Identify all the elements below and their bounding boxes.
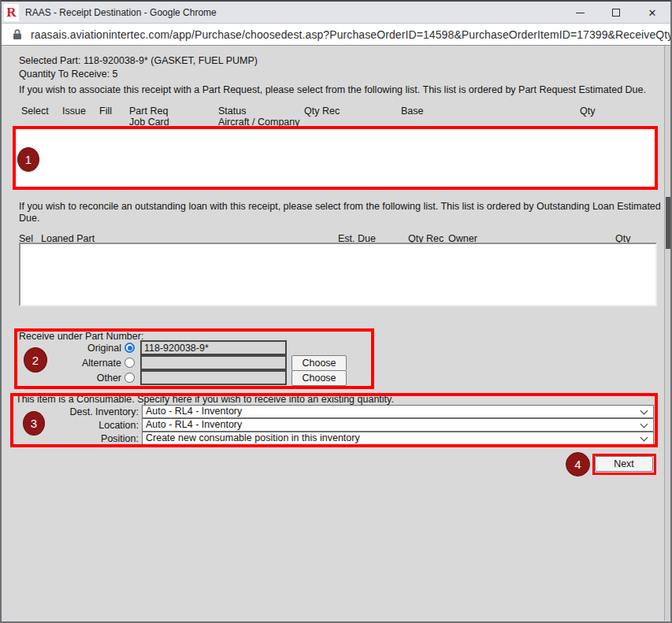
dest-inventory-value: Auto - RL4 - Inventory [146,406,242,417]
selected-part-text: Selected Part: 118-920038-9* (GASKET, FU… [19,55,258,66]
receive-title: Receive under Part Number: [19,331,143,342]
page-content: Selected Part: 118-920038-9* (GASKET, FU… [2,46,670,621]
browser-window: R RAAS - Receipt Destination - Google Ch… [0,0,672,623]
annotation-badge-2: 2 [24,347,47,373]
alternate-part-input[interactable] [140,355,287,370]
close-icon: ✕ [648,8,657,18]
close-button[interactable]: ✕ [634,2,670,24]
quantity-to-receive-text: Quantity To Receive: 5 [19,69,118,80]
window-title: RAAS - Receipt Destination - Google Chro… [25,7,217,18]
original-label: Original [47,343,121,354]
chevron-down-icon [640,434,648,442]
col-issue: Issue [62,106,86,117]
alternate-radio[interactable] [124,358,135,368]
next-button[interactable]: Next [595,456,653,472]
original-part-input[interactable] [140,340,287,355]
position-value: Create new consumable position in this i… [146,432,360,443]
other-radio[interactable] [124,373,135,383]
scrollbar-thumb[interactable] [666,197,670,249]
col-aircraft-company: Aircraft / Company [218,117,300,128]
alternate-label: Alternate [47,358,121,369]
col-status: Status [218,106,246,117]
address-bar[interactable]: raasais.aviationintertec.com/app/Purchas… [2,24,670,46]
dest-inventory-label: Dest. Inventory: [33,406,139,417]
other-label: Other [47,373,121,384]
col-select: Select [21,106,49,117]
col-qty: Qty [580,106,595,117]
window-titlebar: R RAAS - Receipt Destination - Google Ch… [2,2,670,24]
position-select[interactable]: Create new consumable position in this i… [142,432,654,445]
original-radio[interactable] [124,343,135,353]
maximize-button[interactable] [598,2,634,24]
lock-icon [13,28,22,40]
part-request-instruction: If you wish to associate this receipt wi… [19,84,646,95]
alternate-choose-button[interactable]: Choose [291,355,347,371]
col-job-card: Job Card [129,117,169,128]
col-fill: Fill [99,106,112,117]
minimize-icon [576,13,585,13]
location-select[interactable]: Auto - RL4 - Inventory [142,418,654,432]
consumable-instruction: This item is a Consumable. Specify here … [16,394,394,405]
part-request-list [16,129,655,187]
raas-favicon-icon: R [4,4,19,21]
col-base: Base [401,106,424,117]
col-qty-rec: Qty Rec [304,106,340,117]
loan-list [19,243,657,306]
url-text: raasais.aviationintertec.com/app/Purchas… [31,28,670,41]
dest-inventory-select[interactable]: Auto - RL4 - Inventory [142,405,654,418]
scrollbar[interactable] [664,46,670,621]
maximize-icon [612,9,620,17]
window-controls: ✕ [562,2,670,24]
other-choose-button[interactable]: Choose [291,370,347,386]
minimize-button[interactable] [562,2,598,24]
other-part-input[interactable] [140,370,287,385]
loan-instruction: If you wish to reconcile an outstanding … [19,201,668,224]
chevron-down-icon [640,421,648,428]
location-value: Auto - RL4 - Inventory [146,419,242,430]
annotation-badge-4: 4 [566,452,590,477]
location-label: Location: [33,420,139,431]
col-part-req: Part Req [129,106,168,117]
chevron-down-icon [640,407,648,415]
position-label: Position: [33,433,139,444]
